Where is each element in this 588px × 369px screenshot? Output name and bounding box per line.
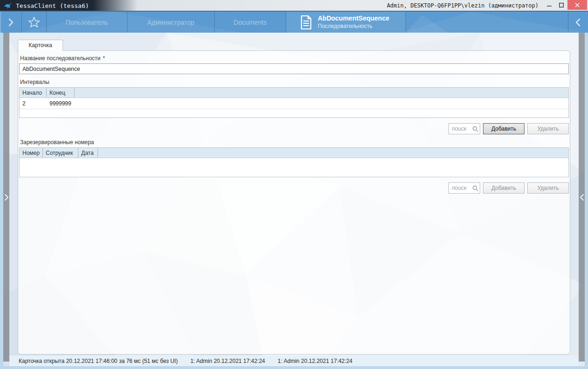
maximize-icon bbox=[559, 3, 564, 7]
app-window: TessaClient (tessa6) Admin, DESKTOP-Q6FP… bbox=[0, 0, 588, 369]
active-tab-subtitle: Последовательность bbox=[318, 23, 389, 30]
sequence-name-label: Название последовательности* bbox=[20, 55, 568, 62]
status-bar: Карточка открыта 20.12.2021 17:46:00 за … bbox=[9, 355, 579, 366]
cell-end: 9999999 bbox=[47, 98, 74, 109]
chevron-right-icon bbox=[8, 18, 14, 27]
card-view-tab-label: Карточка bbox=[28, 42, 52, 49]
chevron-right-icon bbox=[4, 194, 9, 201]
tab-user[interactable]: Пользователь bbox=[47, 12, 127, 33]
favorites-button[interactable] bbox=[22, 12, 47, 33]
search-icon bbox=[472, 126, 478, 132]
column-header-employee[interactable]: Сотрудник bbox=[43, 148, 78, 158]
nav-forward-button[interactable] bbox=[0, 12, 22, 33]
intervals-actions: Добавить Удалить bbox=[19, 123, 569, 134]
active-tab-title: AbDocumentSequence bbox=[318, 14, 389, 23]
intervals-add-button[interactable]: Добавить bbox=[483, 123, 525, 134]
reserved-add-button[interactable]: Добавить bbox=[483, 182, 525, 194]
maximize-button[interactable] bbox=[555, 0, 567, 10]
tab-user-label: Пользователь bbox=[66, 19, 108, 26]
minimize-button[interactable] bbox=[543, 0, 555, 10]
chevron-left-icon bbox=[575, 18, 581, 27]
reserved-search-box bbox=[448, 182, 480, 194]
close-icon bbox=[575, 3, 580, 7]
document-icon bbox=[300, 15, 312, 30]
column-header-date[interactable]: Дата bbox=[78, 148, 98, 158]
column-header-end[interactable]: Конец bbox=[47, 88, 75, 97]
intervals-search-box bbox=[448, 123, 480, 134]
minimize-icon bbox=[547, 3, 552, 7]
intervals-delete-button[interactable]: Удалить bbox=[527, 123, 569, 134]
reserved-delete-button[interactable]: Удалить bbox=[527, 182, 569, 194]
reserved-numbers-table: Номер Сотрудник Дата bbox=[19, 147, 569, 177]
close-button[interactable] bbox=[567, 0, 587, 10]
column-header-filler bbox=[98, 148, 568, 158]
titlebar[interactable]: TessaClient (tessa6) Admin, DESKTOP-Q6FP… bbox=[0, 0, 588, 12]
chevron-left-icon bbox=[580, 194, 584, 201]
status-created: 1: Admin 20.12.2021 17:42:24 bbox=[190, 358, 265, 364]
table-row[interactable]: 2 9999999 bbox=[20, 98, 568, 109]
tab-abdocumentsequence[interactable]: AbDocumentSequence Последовательность bbox=[286, 12, 406, 33]
tab-administrator[interactable]: Администратор bbox=[127, 12, 215, 33]
app-title: TessaClient (tessa6) bbox=[16, 2, 89, 9]
card-panel: Название последовательности* Интервалы Н… bbox=[18, 50, 570, 355]
search-icon bbox=[472, 185, 478, 191]
intervals-label: Интервалы bbox=[20, 79, 568, 85]
tab-documents[interactable]: Documents bbox=[215, 12, 286, 33]
cell-start: 2 bbox=[20, 98, 47, 109]
table-empty-area bbox=[20, 158, 568, 177]
app-logo-icon bbox=[4, 2, 12, 10]
card-view-tab[interactable]: Карточка bbox=[18, 40, 63, 51]
column-header-filler bbox=[75, 88, 568, 97]
tab-documents-label: Documents bbox=[234, 19, 267, 26]
column-header-start[interactable]: Начало bbox=[20, 88, 47, 97]
nav-back-button[interactable] bbox=[568, 12, 588, 33]
user-info: Admin, DESKTOP-Q6FP1PP\vlezin (администр… bbox=[387, 2, 539, 9]
tab-administrator-label: Администратор bbox=[147, 19, 194, 26]
star-icon bbox=[28, 16, 40, 28]
intervals-table-header: Начало Конец bbox=[20, 88, 568, 98]
reserved-table-header: Номер Сотрудник Дата bbox=[20, 148, 568, 158]
right-panel-toggle[interactable] bbox=[579, 33, 585, 362]
column-header-number[interactable]: Номер bbox=[20, 148, 43, 158]
main-nav-bar: Пользователь Администратор Documents AbD… bbox=[0, 12, 588, 33]
table-empty-area bbox=[20, 109, 568, 118]
reserved-numbers-label: Зарезервированные номера bbox=[20, 139, 568, 146]
left-panel-toggle[interactable] bbox=[3, 33, 9, 362]
required-mark: * bbox=[103, 55, 105, 62]
status-opened: Карточка открыта 20.12.2021 17:46:00 за … bbox=[19, 358, 178, 364]
reserved-actions: Добавить Удалить bbox=[19, 182, 569, 194]
intervals-table: Начало Конец 2 9999999 bbox=[19, 87, 569, 118]
status-modified: 1: Admin 20.12.2021 17:42:24 bbox=[278, 358, 352, 364]
sequence-name-input[interactable] bbox=[19, 63, 569, 74]
